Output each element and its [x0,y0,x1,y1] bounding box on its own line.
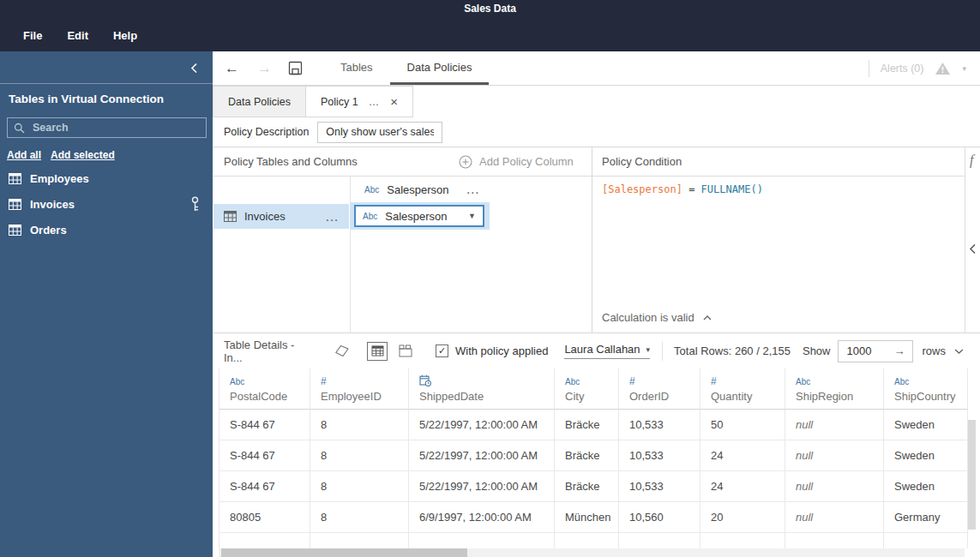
policy-description-label: Policy Description [224,126,309,138]
text-type-icon: Abc [894,374,967,387]
collapse-sidebar-icon[interactable] [190,63,198,74]
column-header-PostalCode[interactable]: AbcPostalCode [219,368,310,410]
table-cell: Sweden [884,410,968,440]
table-cell: S-844 67 [219,410,310,440]
table-cell: 5/22/1997, 12:00:00 AM [409,471,555,502]
alerts-button[interactable]: Alerts (0) ▾ [869,60,966,77]
table-cell [884,533,968,548]
dropdown-arrow-icon: ▼ [468,212,476,220]
tab-data-policies[interactable]: Data Policies [390,51,490,85]
table-cell: Bräcke [555,471,619,502]
table-cell: München [555,502,619,533]
row-count-input[interactable] [845,344,890,358]
add-all-link[interactable]: Add all [7,149,41,161]
add-selected-link[interactable]: Add selected [51,149,115,161]
text-type-icon: Abc [230,374,310,387]
sidebar-item-orders[interactable]: Orders [0,217,213,243]
with-policy-checkbox[interactable]: ✓ [436,344,448,357]
column-header-ShipRegion[interactable]: AbcShipRegion [785,368,884,410]
table-cell: null [785,502,884,533]
table-cell: 8 [310,502,409,533]
table-icon [9,199,21,210]
sidebar-table-list: EmployeesInvoicesOrders [0,165,213,243]
close-icon[interactable]: × [390,95,398,108]
forward-icon[interactable]: → [257,61,272,75]
horizontal-scrollbar-track[interactable] [219,548,965,557]
more-icon[interactable]: … [325,209,340,225]
column-header-EmployeeID[interactable]: #EmployeeID [310,368,409,410]
policy-description-input[interactable] [317,122,442,143]
search-box[interactable] [7,117,207,138]
validation-status[interactable]: Calculation is valid [602,311,712,324]
table-cell: S-844 67 [219,440,310,471]
table-cell: S-844 67 [219,471,310,502]
back-icon[interactable]: ← [225,61,239,75]
sidebar-item-employees[interactable]: Employees [0,165,213,191]
table-cell [310,533,409,548]
sidebar-item-invoices[interactable]: Invoices [0,191,213,217]
column-header-City[interactable]: AbcCity [555,368,619,410]
table-details-toolbar: Table Details - In... ✓ With policy appl… [213,332,980,368]
tab-data-policies-home[interactable]: Data Policies [213,86,306,117]
table-cell: Bräcke [555,410,619,440]
preview-user-dropdown[interactable]: Laura Callahan ▾ [564,343,650,359]
policy-table-row-invoices[interactable]: Invoices … [213,204,349,229]
table-cell: null [785,440,884,471]
table-cell: null [785,410,884,440]
menu-help[interactable]: Help [113,29,137,42]
table-cell: 5/22/1997, 12:00:00 AM [409,410,555,440]
vertical-scrollbar[interactable] [968,420,976,530]
policy-column-cell: Abc Salesperson ▼ [350,202,490,230]
table-cell: 10,560 [619,502,700,533]
titlebar: Sales Data File Edit Help [0,0,980,51]
menu-file[interactable]: File [23,29,42,42]
column-select-dropdown[interactable]: Abc Salesperson ▼ [354,205,484,227]
table-row: S-844 6785/22/1997, 12:00:00 AMBräcke10,… [219,410,968,440]
policy-editor: Policy Tables and Columns Add Policy Col… [213,147,980,332]
main-toolbar: ← → Tables Data Policies Alerts (0) ▾ [213,51,980,86]
card-view-button[interactable] [395,342,416,361]
table-cell [555,533,619,548]
total-rows-label: Total Rows: 260 / 2,155 [674,344,791,357]
expand-panel-icon[interactable] [969,243,977,255]
more-icon[interactable]: … [369,96,381,108]
table-cell: Sweden [884,471,968,502]
tag-icon[interactable] [334,344,350,357]
collapse-details-icon[interactable] [953,348,965,355]
table-cell: 6/9/1997, 12:00:00 AM [409,502,555,533]
more-icon[interactable]: … [466,182,480,197]
row-count-box: → [838,340,913,362]
sidebar: Tables in Virtual Connection Add all Add… [0,51,213,557]
search-input[interactable] [31,121,189,135]
key-icon [190,196,200,213]
grid-view-button[interactable] [367,342,388,361]
table-cell: 24 [700,440,785,471]
horizontal-scrollbar-thumb[interactable] [221,548,467,557]
add-policy-column-button[interactable]: Add Policy Column [459,147,574,176]
policy-description-row: Policy Description [213,117,980,147]
number-type-icon: # [321,374,408,387]
table-row: 8080586/9/1997, 12:00:00 AMMünchen10,560… [219,502,968,533]
text-type-icon: Abc [363,212,377,221]
table-row: S-844 6785/22/1997, 12:00:00 AMBräcke10,… [219,440,968,471]
apply-rows-icon[interactable]: → [894,344,905,357]
save-icon[interactable] [288,61,303,75]
tab-tables[interactable]: Tables [323,51,390,85]
table-cell: Sweden [884,440,968,471]
column-header-ShippedDate[interactable]: ShippedDate [409,368,555,410]
menu-edit[interactable]: Edit [67,29,88,42]
tab-policy-1[interactable]: Policy 1 … × [306,86,413,117]
policy-condition-code[interactable]: [Salesperson] = FULLNAME() [602,183,763,195]
pane-divider [592,147,592,332]
column-header-Quantity[interactable]: #Quantity [700,368,785,410]
table-icon [9,173,21,184]
column-header-OrderID[interactable]: #OrderID [619,368,700,410]
table-row: S-844 6785/22/1997, 12:00:00 AMBräcke10,… [219,471,968,502]
function-icon: f [970,153,973,168]
rows-label: rows [923,344,946,357]
table-cell [700,533,785,548]
table-cell: 24 [700,471,785,502]
warning-icon [935,62,951,75]
policy-column-header-row[interactable]: Abc Salesperson … [350,176,592,203]
column-header-ShipCountry[interactable]: AbcShipCountry [884,368,968,410]
